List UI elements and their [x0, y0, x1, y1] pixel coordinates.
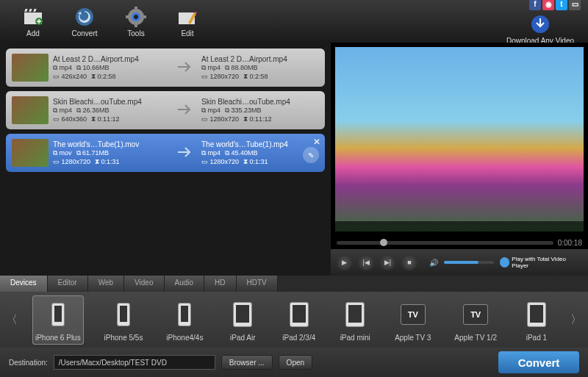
device-label: iPad Air — [230, 334, 255, 342]
arrow-icon — [176, 60, 196, 75]
next-button[interactable]: ▶| — [380, 254, 395, 270]
arrow-icon — [176, 103, 196, 118]
device-ipad-air[interactable]: iPad Air — [223, 295, 262, 345]
device-label: Apple TV 1/2 — [454, 334, 497, 342]
phone-icon — [168, 298, 201, 331]
close-icon[interactable]: ✕ — [313, 137, 320, 147]
refresh-icon — [74, 6, 96, 28]
devices-next[interactable]: 〉 — [569, 301, 584, 338]
device-label: iPhone 6 Plus — [35, 334, 81, 342]
convert-button[interactable]: Convert — [498, 351, 579, 373]
time-label: 0:00:18 — [558, 239, 582, 247]
edit-label: Edit — [181, 29, 193, 37]
device-apple-tv-1-2[interactable]: TVApple TV 1/2 — [451, 295, 500, 345]
tools-button[interactable]: Tools — [110, 6, 162, 37]
destination-label: Destination: — [9, 359, 48, 367]
devices-prev[interactable]: 〈 — [4, 301, 19, 338]
file-row[interactable]: Skin Bleachi…ouTube.mp4 ⧉ mp4⧉ 26.36MB ▭… — [6, 91, 325, 129]
svg-point-9 — [134, 15, 138, 19]
volume-slider[interactable] — [444, 261, 494, 264]
tv-icon: TV — [459, 298, 492, 331]
prev-button[interactable]: |◀ — [358, 254, 373, 270]
tab-devices[interactable]: Devices — [0, 276, 48, 292]
open-button[interactable]: Open — [279, 355, 312, 370]
tab-audio[interactable]: Audio — [165, 276, 205, 292]
add-label: Add — [26, 29, 40, 37]
source-info: Skin Bleachi…ouTube.mp4 ⧉ mp4⧉ 26.36MB ▭… — [53, 98, 171, 123]
browser-button[interactable]: Browser ... — [221, 355, 273, 370]
svg-rect-11 — [135, 24, 137, 27]
preview-video[interactable] — [335, 47, 584, 231]
source-info: The world's…Tube(1).mov ⧉ mov⧉ 61.71MB ▭… — [53, 140, 171, 166]
svg-rect-12 — [126, 15, 129, 18]
destination-path[interactable]: /Users/Macx/Desktop/TEST DVD — [54, 355, 215, 370]
device-ipad-mini[interactable]: iPad mini — [336, 295, 374, 345]
device-label: Apple TV 3 — [395, 334, 431, 342]
dest-title: The world's…Tube(1).mp4 — [201, 140, 319, 148]
device-iphone4-4s[interactable]: iPhone4/4s — [163, 295, 206, 345]
progress-row: 0:00:18 — [331, 236, 588, 249]
social-links: f ◉ t ▭ — [529, 0, 581, 10]
arrow-icon — [176, 146, 196, 160]
device-label: iPad 2/3/4 — [282, 334, 315, 342]
device-ipad-2-3-4[interactable]: iPad 2/3/4 — [279, 295, 318, 345]
edit-button[interactable]: Edit — [162, 6, 213, 37]
device-label: iPad mini — [340, 334, 370, 342]
tab-hdtv[interactable]: HDTV — [237, 276, 278, 292]
clapperboard-add-icon — [22, 6, 44, 28]
svg-rect-10 — [135, 7, 137, 10]
dest-title: Skin Bleachi…ouTube.mp4 — [201, 98, 319, 106]
tablet-icon — [339, 298, 371, 331]
source-title: Skin Bleachi…ouTube.mp4 — [53, 98, 171, 106]
tab-hd[interactable]: HD — [204, 276, 236, 292]
dest-title: At Least 2 D…Airport.mp4 — [201, 55, 319, 63]
preview-panel: 0:00:18 ▶ |◀ ▶| ■ 🔊 Play with Total Vide… — [331, 43, 588, 276]
instagram-icon[interactable]: ◉ — [542, 0, 554, 10]
dest-info: Skin Bleachi…ouTube.mp4 ⧉ mp4⧉ 335.23MB … — [201, 98, 319, 123]
device-iphone-5-5s[interactable]: iPhone 5/5s — [101, 295, 146, 345]
bottom-bar: Destination: /Users/Macx/Desktop/TEST DV… — [0, 348, 588, 377]
main-toolbar: Add Convert Tools Edit f ◉ t ▭ Download … — [0, 0, 588, 43]
device-label: iPhone 5/5s — [104, 334, 143, 342]
device-ipad-1[interactable]: iPad 1 — [517, 295, 556, 345]
tools-label: Tools — [127, 29, 144, 37]
progress-bar[interactable] — [337, 241, 553, 245]
stop-button[interactable]: ■ — [401, 254, 417, 270]
tv-icon: TV — [397, 298, 429, 331]
svg-point-6 — [76, 8, 93, 26]
convert-label: Convert — [71, 29, 97, 37]
tab-video[interactable]: Video — [124, 276, 164, 292]
device-apple-tv-3[interactable]: TVApple TV 3 — [392, 295, 434, 345]
download-video-button[interactable]: Download Any Video — [500, 13, 581, 45]
facebook-icon[interactable]: f — [529, 0, 541, 10]
svg-rect-15 — [179, 8, 195, 12]
tab-editor[interactable]: Editor — [48, 276, 88, 292]
file-thumbnail — [12, 54, 49, 82]
volume-icon[interactable]: 🔊 — [429, 259, 438, 267]
device-label: iPhone4/4s — [166, 334, 203, 342]
device-iphone-6-plus[interactable]: iPhone 6 Plus — [32, 295, 84, 345]
file-thumbnail — [12, 139, 49, 167]
player-controls: ▶ |◀ ▶| ■ 🔊 Play with Total Video Player — [331, 249, 588, 276]
device-label: iPad 1 — [526, 334, 547, 342]
source-info: At Least 2 D…Airport.mp4 ⧉ mp4⧉ 10.66MB … — [53, 55, 171, 81]
file-row[interactable]: At Least 2 D…Airport.mp4 ⧉ mp4⧉ 10.66MB … — [6, 49, 325, 87]
source-title: At Least 2 D…Airport.mp4 — [53, 55, 171, 63]
source-title: The world's…Tube(1).mov — [53, 140, 171, 148]
file-thumbnail — [12, 96, 49, 124]
download-icon — [529, 13, 551, 35]
external-player-link[interactable]: Play with Total Video Player — [500, 256, 582, 269]
svg-rect-13 — [143, 15, 146, 18]
devices-strip: 〈 iPhone 6 PlusiPhone 5/5siPhone4/4siPad… — [0, 292, 588, 348]
dest-info: At Least 2 D…Airport.mp4 ⧉ mp4⧉ 88.80MB … — [201, 55, 319, 81]
file-row[interactable]: The world's…Tube(1).mov ⧉ mov⧉ 61.71MB ▭… — [6, 134, 325, 172]
tablet-icon — [226, 298, 259, 331]
convert-toolbar-button[interactable]: Convert — [59, 6, 110, 37]
tablet-icon — [520, 298, 553, 331]
play-button[interactable]: ▶ — [337, 254, 352, 270]
edit-row-button[interactable]: ✎ — [303, 147, 319, 163]
add-button[interactable]: Add — [7, 6, 59, 37]
tab-web[interactable]: Web — [88, 276, 124, 292]
chat-icon[interactable]: ▭ — [569, 0, 581, 10]
twitter-icon[interactable]: t — [556, 0, 567, 10]
